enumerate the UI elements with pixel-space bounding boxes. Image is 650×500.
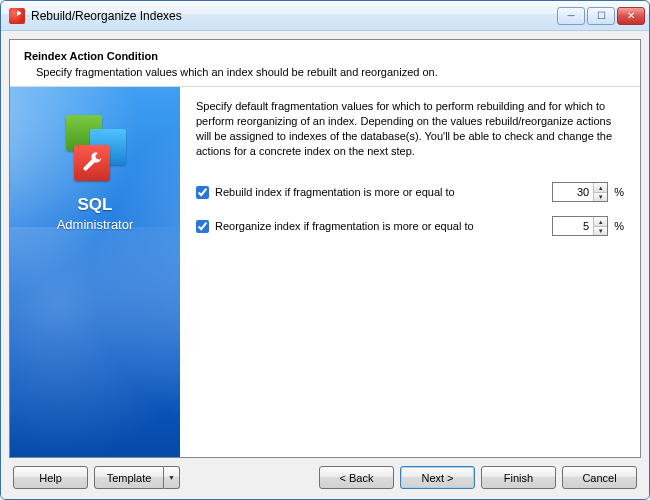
template-button-label: Template — [107, 472, 152, 484]
wizard-body: Reindex Action Condition Specify fragmen… — [1, 31, 649, 499]
back-button[interactable]: < Back — [319, 466, 394, 489]
reorganize-spin-buttons: ▲ ▼ — [593, 217, 607, 235]
template-button[interactable]: Template — [94, 466, 164, 489]
rebuild-label: Rebuild index if fragmentation is more o… — [215, 186, 552, 198]
reorganize-checkbox[interactable] — [196, 220, 209, 233]
close-button[interactable]: ✕ — [617, 7, 645, 25]
reorganize-value-input[interactable] — [553, 217, 593, 235]
rebuild-spinner[interactable]: ▲ ▼ — [552, 182, 608, 202]
button-bar: Help Template ▼ < Back Next > Finish Can… — [9, 458, 641, 491]
rebuild-option-row: Rebuild index if fragmentation is more o… — [196, 182, 624, 202]
help-button-label: Help — [39, 472, 62, 484]
rebuild-spin-up[interactable]: ▲ — [594, 183, 607, 193]
product-logo — [60, 115, 130, 185]
next-button[interactable]: Next > — [400, 466, 475, 489]
page-heading: Reindex Action Condition — [24, 50, 626, 62]
rebuild-suffix: % — [614, 186, 624, 198]
window-controls: ─ ☐ ✕ — [557, 7, 645, 25]
reorganize-label: Reorganize index if fragmentation is mor… — [215, 220, 552, 232]
reorganize-spinner[interactable]: ▲ ▼ — [552, 216, 608, 236]
cancel-button[interactable]: Cancel — [562, 466, 637, 489]
finish-button-label: Finish — [504, 472, 533, 484]
content-frame: Reindex Action Condition Specify fragmen… — [9, 39, 641, 458]
finish-button[interactable]: Finish — [481, 466, 556, 489]
maximize-button[interactable]: ☐ — [587, 7, 615, 25]
template-dropdown-button[interactable]: ▼ — [164, 466, 180, 489]
product-subtitle: Administrator — [20, 217, 170, 232]
rebuild-spin-down[interactable]: ▼ — [594, 193, 607, 202]
sidebar: SQL Administrator — [10, 87, 180, 457]
window-title: Rebuild/Reorganize Indexes — [31, 9, 557, 23]
reorganize-spin-up[interactable]: ▲ — [594, 217, 607, 227]
page-subheading: Specify fragmentation values which an in… — [36, 66, 626, 78]
cancel-button-label: Cancel — [582, 472, 616, 484]
rebuild-spin-buttons: ▲ ▼ — [593, 183, 607, 201]
product-name: SQL — [20, 195, 170, 215]
next-button-label: Next > — [421, 472, 453, 484]
main-split: SQL Administrator Specify default fragme… — [10, 87, 640, 457]
description-text: Specify default fragmentation values for… — [196, 99, 624, 158]
rebuild-value-input[interactable] — [553, 183, 593, 201]
reorganize-suffix: % — [614, 220, 624, 232]
reorganize-spin-down[interactable]: ▼ — [594, 227, 607, 236]
window-frame: Rebuild/Reorganize Indexes ─ ☐ ✕ Reindex… — [0, 0, 650, 500]
main-panel: Specify default fragmentation values for… — [180, 87, 640, 457]
back-button-label: < Back — [340, 472, 374, 484]
header-block: Reindex Action Condition Specify fragmen… — [10, 40, 640, 87]
minimize-button[interactable]: ─ — [557, 7, 585, 25]
rebuild-checkbox[interactable] — [196, 186, 209, 199]
template-split-button: Template ▼ — [94, 466, 180, 489]
titlebar[interactable]: Rebuild/Reorganize Indexes ─ ☐ ✕ — [1, 1, 649, 31]
app-icon — [9, 8, 25, 24]
help-button[interactable]: Help — [13, 466, 88, 489]
wrench-icon — [81, 152, 103, 174]
reorganize-option-row: Reorganize index if fragmentation is mor… — [196, 216, 624, 236]
logo-tile-red — [74, 145, 110, 181]
